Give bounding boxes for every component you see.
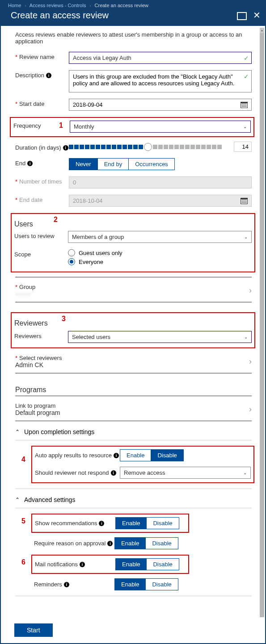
chevron-right-icon: ›	[249, 357, 252, 366]
intro-text: Access reviews enable reviewers to attes…	[15, 31, 252, 45]
link-program-label: Link to program	[15, 402, 60, 409]
valid-check-icon: ✓	[244, 54, 249, 62]
duration-label: Duration (in days)	[15, 144, 61, 151]
mail-toggle: Enable Disable	[115, 558, 179, 570]
info-icon[interactable]: i	[99, 521, 104, 526]
scroll-thumb[interactable]	[260, 33, 264, 618]
group-label: Group	[19, 284, 35, 290]
scroll-up-icon[interactable]: ▲	[260, 28, 264, 33]
blade-header: Create an access review ✕	[1, 8, 265, 26]
frequency-select[interactable]: Monthly ⌄	[70, 121, 251, 133]
scope-everyone-radio[interactable]: Everyone	[68, 258, 252, 265]
info-icon[interactable]: i	[114, 453, 119, 458]
info-icon[interactable]: i	[27, 161, 33, 166]
review-name-label: Review name	[19, 54, 55, 60]
info-icon[interactable]: i	[46, 73, 51, 78]
reminders-label: Reminders	[34, 581, 62, 588]
users-to-review-select[interactable]: Members of a group ⌄	[68, 231, 252, 243]
info-icon[interactable]: i	[80, 562, 85, 567]
programs-section-title: Programs	[15, 386, 252, 394]
disable-button[interactable]: Disable	[145, 538, 177, 549]
breadcrumb: Home › Access reviews - Controls › Creat…	[1, 1, 265, 8]
end-label: End	[15, 160, 25, 167]
reviewers-section-title: Reviewers	[14, 319, 252, 327]
req-reason-toggle: Enable Disable	[114, 537, 178, 549]
start-date-value: 2018-09-04	[73, 101, 103, 108]
auto-apply-toggle: Enable Disable	[120, 449, 184, 461]
chevron-down-icon: ⌄	[244, 335, 248, 339]
description-label: Description	[15, 72, 44, 79]
not-respond-select[interactable]: Remove access ⌄	[120, 467, 251, 479]
callout-3: 3	[62, 315, 66, 323]
calendar-icon[interactable]	[241, 102, 248, 108]
slider-handle[interactable]	[144, 143, 152, 151]
info-icon[interactable]: i	[63, 145, 68, 151]
reminders-toggle: Enable Disable	[114, 578, 178, 590]
users-section-title: Users	[14, 220, 252, 228]
req-reason-label: Require reason on approval	[34, 540, 106, 547]
breadcrumb-controls[interactable]: Access reviews - Controls	[30, 3, 86, 8]
advanced-label: Advanced settings	[24, 496, 75, 503]
select-reviewers-value: Admin CK	[15, 361, 62, 368]
chevron-down-icon: ⌄	[243, 124, 247, 129]
disable-button[interactable]: Disable	[146, 518, 178, 529]
group-value: xxxxx	[15, 290, 35, 297]
group-nav[interactable]: *Group xxxxx ›	[15, 282, 252, 302]
chevron-up-icon: ⌃	[15, 429, 20, 435]
close-icon[interactable]: ✕	[253, 10, 261, 21]
callout-6: 6	[21, 558, 25, 566]
end-date-input: 2018-10-04	[69, 195, 252, 207]
enable-button[interactable]: Enable	[116, 559, 146, 570]
disable-button[interactable]: Disable	[145, 579, 177, 590]
auto-apply-label: Auto apply results to resource	[35, 452, 112, 459]
description-input[interactable]: Users in this group are excluded from th…	[69, 70, 252, 92]
scope-guest-radio[interactable]: Guest users only	[68, 249, 252, 256]
users-to-review-value: Members of a group	[72, 234, 124, 240]
callout-2: 2	[54, 216, 58, 224]
restore-window-icon[interactable]	[239, 12, 247, 18]
scrollbar[interactable]: ▲ ▼	[260, 28, 264, 642]
show-rec-toggle: Enable Disable	[115, 517, 179, 529]
enable-button[interactable]: Enable	[116, 518, 146, 529]
link-program-nav[interactable]: Link to program Default program ›	[15, 401, 252, 421]
frequency-label: Frequency	[13, 122, 41, 129]
end-never-button[interactable]: Never	[69, 159, 97, 170]
duration-value-input[interactable]: 14	[234, 142, 252, 152]
chevron-right-icon: ›	[249, 405, 252, 414]
chevron-right-icon: ›	[249, 286, 252, 295]
end-date-value: 2018-10-04	[73, 197, 103, 204]
users-to-review-label: Users to review	[14, 233, 55, 239]
show-rec-label: Show recommendations	[35, 520, 97, 527]
chevron-down-icon: ⌄	[244, 234, 248, 239]
disable-button[interactable]: Disable	[146, 559, 178, 570]
enable-button[interactable]: Enable	[115, 579, 145, 590]
start-button[interactable]: Start	[14, 623, 53, 637]
duration-slider[interactable]	[69, 143, 228, 151]
info-icon[interactable]: i	[111, 470, 116, 476]
enable-button[interactable]: Enable	[115, 538, 145, 549]
end-date-label: End date	[19, 197, 42, 203]
completion-label: Upon completion settings	[24, 428, 94, 435]
end-endby-button[interactable]: End by	[97, 159, 128, 170]
enable-button[interactable]: Enable	[120, 450, 151, 461]
breadcrumb-home[interactable]: Home	[8, 3, 21, 8]
info-icon[interactable]: i	[107, 541, 113, 546]
advanced-expander[interactable]: ⌃ Advanced settings	[15, 496, 252, 503]
select-reviewers-nav[interactable]: *Select reviewers Admin CK ›	[15, 353, 252, 373]
link-program-value: Default program	[15, 409, 60, 416]
reviewers-select[interactable]: Selected users ⌄	[68, 331, 252, 343]
frequency-value: Monthly	[74, 123, 94, 130]
disable-button[interactable]: Disable	[151, 450, 183, 461]
reviewers-value: Selected users	[72, 334, 110, 340]
start-date-input[interactable]: 2018-09-04	[69, 99, 252, 111]
info-icon[interactable]: i	[64, 582, 69, 587]
review-name-input[interactable]: Access via Legay Auth	[69, 52, 252, 64]
mail-label: Mail notifications	[35, 561, 78, 568]
select-reviewers-label: Select reviewers	[19, 355, 62, 361]
chevron-up-icon: ⌃	[15, 497, 20, 503]
num-times-input: 0	[69, 176, 252, 188]
valid-check-icon: ✓	[244, 73, 249, 80]
callout-4: 4	[21, 456, 25, 464]
end-occurrences-button[interactable]: Occurrences	[128, 159, 174, 170]
completion-expander[interactable]: ⌃ Upon completion settings	[15, 428, 252, 435]
